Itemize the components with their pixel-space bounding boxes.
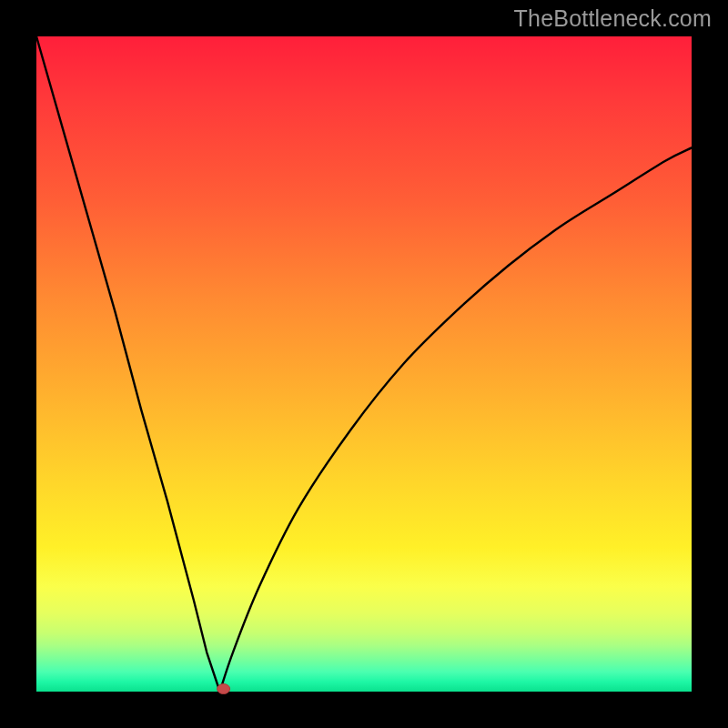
curve-svg bbox=[36, 36, 692, 692]
min-marker bbox=[217, 684, 230, 694]
plot-area bbox=[36, 36, 692, 692]
bottleneck-curve-path bbox=[36, 36, 692, 692]
watermark-text: TheBottleneck.com bbox=[514, 5, 712, 32]
chart-frame: TheBottleneck.com bbox=[0, 0, 728, 728]
